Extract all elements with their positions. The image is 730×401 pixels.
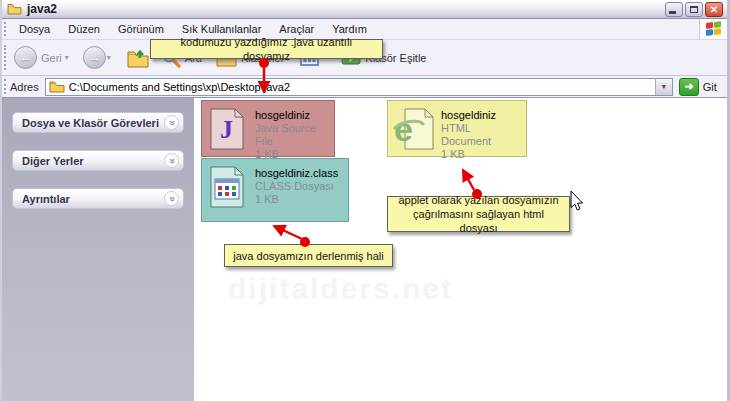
collapse-button[interactable]: » bbox=[164, 115, 179, 130]
file-type: HTML Document bbox=[441, 122, 522, 148]
title-bar: java2 ✕ bbox=[2, 0, 727, 19]
file-class[interactable]: hosgeldiniz.class CLASS Dosyası 1 KB bbox=[201, 158, 349, 222]
file-type: CLASS Dosyası bbox=[255, 180, 338, 193]
collapse-button[interactable]: » bbox=[164, 153, 179, 168]
annotation-java-file: kodumuzu yazdığımız .java uzantılı dosya… bbox=[150, 39, 383, 59]
back-icon: ← bbox=[14, 46, 37, 69]
chevron-double-icon: » bbox=[167, 120, 177, 126]
panel-other-places[interactable]: Diğer Yerler » bbox=[12, 150, 184, 171]
back-dropdown-icon[interactable]: ▾ bbox=[65, 53, 69, 62]
window-title: java2 bbox=[27, 2, 57, 16]
panel-label: Diğer Yerler bbox=[22, 155, 84, 167]
html-file-icon: e bbox=[393, 107, 435, 151]
go-label: Git bbox=[703, 81, 717, 93]
chevron-double-icon: » bbox=[167, 158, 177, 164]
rebar-grip[interactable] bbox=[4, 79, 7, 94]
file-name: hosgeldiniz bbox=[255, 109, 330, 122]
file-size: 1 KB bbox=[441, 148, 522, 161]
address-label: Adres bbox=[10, 81, 39, 93]
minimize-icon bbox=[669, 11, 676, 14]
svg-text:e: e bbox=[394, 110, 413, 148]
watermark: dijitalders.net bbox=[228, 272, 453, 306]
go-arrow-icon: ➜ bbox=[684, 80, 693, 93]
folder-up-icon bbox=[127, 48, 149, 68]
rebar-grip[interactable] bbox=[4, 45, 7, 70]
menu-dosya[interactable]: Dosya bbox=[10, 20, 59, 38]
forward-button[interactable]: → ▾ bbox=[83, 46, 117, 69]
file-name: hosgeldiniz.class bbox=[255, 167, 338, 180]
close-icon: ✕ bbox=[710, 4, 718, 15]
task-pane: Dosya ve Klasör Görevleri » Diğer Yerler… bbox=[2, 98, 194, 401]
close-button[interactable]: ✕ bbox=[705, 2, 723, 17]
file-java-source[interactable]: J hosgeldiniz Java Source File 1 KB bbox=[201, 100, 335, 157]
windows-logo-icon bbox=[706, 21, 722, 38]
windows-logo-box bbox=[699, 19, 727, 39]
file-name: hosgeldiniz bbox=[441, 109, 522, 122]
folder-icon bbox=[49, 80, 65, 93]
maximize-button[interactable] bbox=[685, 2, 703, 17]
explorer-window: java2 ✕ Dosya Düzen Görünüm Sık Kullanıl… bbox=[0, 0, 730, 401]
back-label: Geri bbox=[41, 52, 62, 64]
annotation-html-file: applet olarak yazılan dosyamızın çağrılm… bbox=[387, 196, 570, 232]
maximize-icon bbox=[690, 6, 698, 13]
panel-file-folder-tasks[interactable]: Dosya ve Klasör Görevleri » bbox=[12, 112, 184, 133]
up-button[interactable] bbox=[127, 48, 149, 68]
forward-icon: → bbox=[83, 46, 106, 69]
panel-details[interactable]: Ayrıntılar » bbox=[12, 188, 184, 209]
address-input[interactable]: C:\Documents and Settings\xp\Desktop\jav… bbox=[45, 78, 673, 96]
file-size: 1 KB bbox=[255, 193, 338, 206]
file-html[interactable]: e hosgeldiniz HTML Document 1 KB bbox=[387, 100, 527, 157]
file-type: Java Source File bbox=[255, 122, 330, 148]
folder-icon bbox=[7, 3, 22, 15]
panel-label: Dosya ve Klasör Görevleri bbox=[22, 117, 159, 129]
chevron-down-icon: ▾ bbox=[662, 82, 666, 91]
panel-label: Ayrıntılar bbox=[22, 193, 70, 205]
class-file-icon bbox=[207, 165, 249, 209]
menu-duzen[interactable]: Düzen bbox=[59, 20, 109, 38]
collapse-button[interactable]: » bbox=[164, 191, 179, 206]
minimize-button[interactable] bbox=[665, 2, 683, 17]
go-button[interactable]: ➜ bbox=[679, 78, 699, 96]
java-file-icon: J bbox=[207, 107, 249, 151]
rebar-grip[interactable] bbox=[4, 22, 7, 36]
svg-text:J: J bbox=[220, 115, 233, 144]
address-dropdown-button[interactable]: ▾ bbox=[655, 79, 672, 95]
annotation-class-file: java dosyamızın derlenmiş hali bbox=[224, 244, 393, 267]
address-path: C:\Documents and Settings\xp\Desktop\jav… bbox=[69, 81, 290, 93]
address-bar: Adres C:\Documents and Settings\xp\Deskt… bbox=[2, 76, 727, 98]
chevron-double-icon: » bbox=[167, 196, 177, 202]
back-button[interactable]: ← Geri ▾ bbox=[14, 46, 75, 69]
forward-dropdown-icon[interactable]: ▾ bbox=[107, 53, 111, 62]
